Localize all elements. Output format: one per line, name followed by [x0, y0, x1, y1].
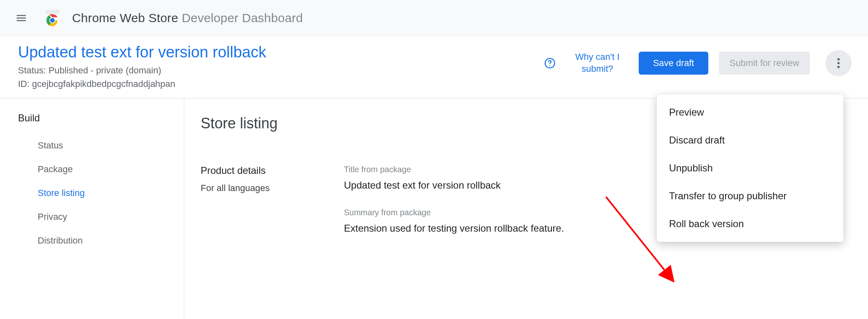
extension-status: Status: Published - private (domain) [18, 64, 544, 77]
svg-point-8 [837, 66, 840, 68]
svg-point-5 [549, 65, 550, 66]
chrome-icon [43, 9, 61, 27]
menu-item-transfer-to-group-publisher[interactable]: Transfer to group publisher [657, 182, 843, 210]
extension-header: Updated test ext for version rollback St… [0, 36, 868, 98]
extension-id: ID: gcejbcgfakpikdbedpcgcfnaddjahpan [18, 77, 544, 91]
save-draft-button[interactable]: Save draft [639, 52, 708, 75]
svg-rect-0 [46, 9, 59, 13]
why-cant-submit-link[interactable]: Why can't I submit? [567, 51, 628, 75]
sidebar-item-distribution[interactable]: Distribution [18, 229, 184, 253]
sidebar-heading-build: Build [18, 112, 184, 124]
more-actions-button[interactable] [825, 50, 852, 76]
chrome-web-store-logo [43, 8, 62, 28]
sidebar-item-privacy[interactable]: Privacy [18, 205, 184, 229]
extension-title[interactable]: Updated test ext for version rollback [18, 43, 544, 61]
product-details-fields: Title from package Updated test ext for … [344, 165, 663, 251]
summary-from-package-value: Extension used for testing version rollb… [344, 221, 663, 235]
product-details-left: Product details For all languages [201, 165, 328, 251]
title-from-package-value: Updated test ext for version rollback [344, 178, 663, 192]
brand-name: Chrome Web Store [72, 11, 178, 25]
sidebar: Build Status Package Store listing Priva… [0, 98, 184, 319]
menu-item-unpublish[interactable]: Unpublish [657, 154, 843, 182]
summary-from-package-label: Summary from package [344, 208, 663, 217]
menu-item-discard-draft[interactable]: Discard draft [657, 126, 843, 154]
header-actions: Why can't I submit? Save draft Submit fo… [544, 43, 852, 76]
product-details-subheading: For all languages [201, 183, 328, 194]
submit-for-review-button: Submit for review [719, 52, 810, 75]
svg-point-6 [837, 58, 840, 61]
extension-header-left: Updated test ext for version rollback St… [18, 43, 544, 91]
svg-point-7 [837, 62, 840, 64]
topbar: Chrome Web Store Developer Dashboard [0, 0, 868, 36]
help-button[interactable] [544, 57, 556, 69]
sidebar-item-store-listing[interactable]: Store listing [18, 181, 184, 205]
menu-item-preview[interactable]: Preview [657, 98, 843, 126]
hamburger-icon [15, 12, 27, 24]
sidebar-item-package[interactable]: Package [18, 157, 184, 181]
more-vertical-icon [837, 57, 840, 69]
help-circle-icon [544, 57, 556, 69]
main-menu-button[interactable] [11, 8, 31, 28]
sidebar-item-status[interactable]: Status [18, 134, 184, 157]
brand-section: Developer Dashboard [182, 11, 303, 25]
product-details-heading: Product details [201, 165, 328, 176]
title-from-package-label: Title from package [344, 165, 663, 174]
brand-title: Chrome Web Store Developer Dashboard [72, 11, 303, 25]
more-actions-menu: Preview Discard draft Unpublish Transfer… [657, 94, 843, 242]
menu-item-roll-back-version[interactable]: Roll back version [657, 210, 843, 238]
